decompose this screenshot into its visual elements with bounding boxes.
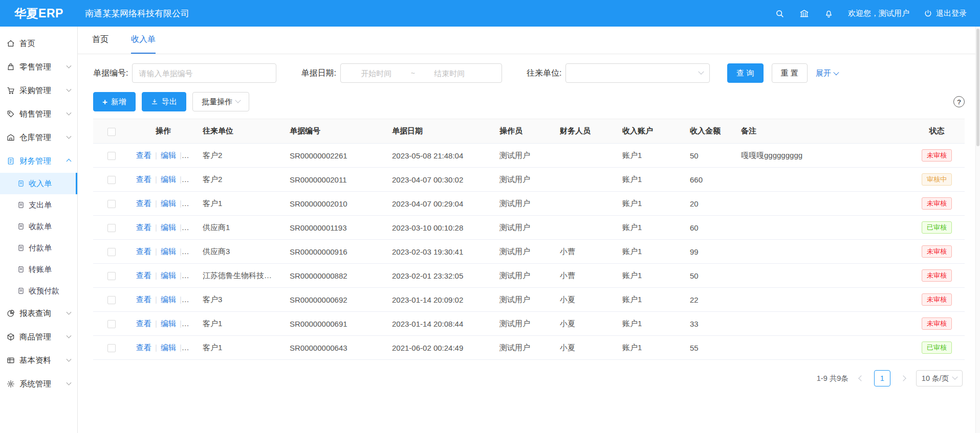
sidebar-item-report[interactable]: 报表查询 [0, 302, 77, 325]
column-header: 财务人员 [554, 119, 616, 144]
action-view[interactable]: 查看 [136, 343, 151, 352]
sidebar-item-warehouse[interactable]: 仓库管理 [0, 126, 77, 149]
sales-icon [7, 110, 15, 118]
sidebar-item-purchase[interactable]: 采购管理 [0, 79, 77, 102]
search-icon[interactable] [774, 8, 785, 18]
row-checkbox[interactable] [107, 272, 116, 280]
partner-select[interactable] [565, 63, 710, 83]
sidebar-item-finance[interactable]: 财务管理 [0, 149, 77, 173]
select-all-checkbox[interactable] [107, 128, 116, 136]
sidebar-item-sales[interactable]: 销售管理 [0, 102, 77, 126]
partner-cell: 客户3 [197, 288, 284, 312]
action-edit[interactable]: 编辑 [161, 319, 176, 328]
row-checkbox[interactable] [107, 176, 116, 184]
action-edit[interactable]: 编辑 [161, 247, 176, 256]
page-number[interactable]: 1 [874, 370, 890, 386]
batch-actions-button[interactable]: 批量操作 [192, 92, 249, 111]
tab-home[interactable]: 首页 [92, 27, 108, 54]
action-view[interactable]: 查看 [136, 199, 151, 208]
sidebar-item-label: 报表查询 [19, 308, 51, 319]
action-view[interactable]: 查看 [136, 223, 151, 232]
page-size-select[interactable]: 10 条/页 [916, 370, 963, 386]
table-row: 查看|编辑|删除客户1SR000000006912023-01-14 20:08… [93, 312, 965, 336]
partner-cell: 江苏德鲁生物科技有限... [197, 264, 284, 288]
account-cell: 账户1 [616, 168, 684, 192]
partner-cell: 客户2 [197, 168, 284, 192]
help-icon[interactable]: ? [953, 96, 965, 107]
sidebar-subitem[interactable]: 收入单 [0, 173, 77, 194]
row-checkbox[interactable] [107, 200, 116, 208]
action-view[interactable]: 查看 [136, 295, 151, 304]
export-label: 导出 [162, 97, 177, 107]
chevron-down-icon [235, 98, 241, 103]
window-scrollbar[interactable] [975, 27, 980, 433]
basedata-icon [7, 356, 15, 364]
date-range-picker[interactable]: ~ [340, 63, 502, 83]
company-name: 南通某某网络科技有限公司 [85, 8, 189, 19]
action-edit[interactable]: 编辑 [161, 271, 176, 280]
sidebar-subitem[interactable]: 收预付款 [0, 280, 77, 302]
sidebar-item-goods[interactable]: 商品管理 [0, 325, 77, 349]
prev-page-icon[interactable] [855, 371, 868, 386]
expand-link[interactable]: 展开 [816, 69, 838, 78]
sidebar-item-retail[interactable]: 零售管理 [0, 55, 77, 79]
chevron-down-icon [67, 133, 72, 139]
finance-user-cell: 小曹 [554, 240, 616, 264]
remark-cell [735, 264, 909, 288]
sidebar-subitem[interactable]: 转账单 [0, 259, 77, 280]
logout-button[interactable]: 退出登录 [924, 9, 967, 18]
row-checkbox[interactable] [107, 320, 116, 328]
partner-cell: 客户1 [197, 192, 284, 216]
date-end-input[interactable] [417, 69, 482, 78]
table-row: 查看|编辑|删除客户2SR000000022612023-05-08 21:48… [93, 144, 965, 168]
action-edit[interactable]: 编辑 [161, 343, 176, 352]
sidebar-item-basedata[interactable]: 基本资料 [0, 349, 77, 372]
action-view[interactable]: 查看 [136, 247, 151, 256]
finance-user-cell [554, 216, 616, 240]
action-edit[interactable]: 编辑 [161, 295, 176, 304]
row-checkbox[interactable] [107, 248, 116, 256]
action-edit[interactable]: 编辑 [161, 175, 176, 184]
bill-number-input[interactable] [132, 63, 276, 83]
row-checkbox[interactable] [107, 344, 116, 352]
action-view[interactable]: 查看 [136, 175, 151, 184]
next-page-icon[interactable] [897, 371, 910, 386]
row-checkbox[interactable] [107, 296, 116, 304]
bill-date-cell: 2023-05-08 21:48:04 [386, 144, 493, 168]
welcome-text: 欢迎您，测试用户 [848, 9, 909, 18]
action-separator: | [155, 199, 157, 208]
row-status-cell: 审核中 [909, 168, 965, 192]
row-checkbox[interactable] [107, 152, 116, 160]
action-separator: | [180, 271, 182, 280]
scrollbar-thumb[interactable] [976, 29, 979, 146]
action-view[interactable]: 查看 [136, 151, 151, 159]
bell-icon[interactable] [823, 8, 834, 18]
add-button[interactable]: + 新增 [93, 92, 136, 111]
action-view[interactable]: 查看 [136, 319, 151, 328]
export-button[interactable]: 导出 [142, 92, 186, 111]
amount-cell: 50 [684, 264, 735, 288]
account-cell: 账户1 [616, 264, 684, 288]
search-button[interactable]: 查 询 [727, 63, 763, 83]
date-start-input[interactable] [344, 69, 409, 78]
reset-button[interactable]: 重 置 [772, 63, 808, 83]
column-header: 单据编号 [284, 119, 386, 144]
row-checkbox[interactable] [107, 224, 116, 232]
action-edit[interactable]: 编辑 [161, 151, 176, 159]
sidebar-item-system[interactable]: 系统管理 [0, 372, 77, 396]
chevron-up-icon [67, 158, 72, 164]
finance-user-cell: 小夏 [554, 288, 616, 312]
bill-number-cell: SR00000002261 [284, 144, 386, 168]
sidebar-subitem[interactable]: 支出单 [0, 194, 77, 216]
page-size-label: 10 条/页 [922, 374, 949, 383]
action-edit[interactable]: 编辑 [161, 223, 176, 232]
action-edit[interactable]: 编辑 [161, 199, 176, 208]
sidebar-item-home[interactable]: 首页 [0, 32, 77, 55]
sidebar-subitem[interactable]: 收款单 [0, 216, 77, 237]
tab-income-list[interactable]: 收入单 [131, 27, 156, 54]
bank-icon[interactable] [799, 8, 809, 18]
amount-cell: 660 [684, 168, 735, 192]
sidebar-subitem[interactable]: 付款单 [0, 237, 77, 259]
tab-bar: 首页 收入单 [78, 27, 980, 54]
action-view[interactable]: 查看 [136, 271, 151, 280]
